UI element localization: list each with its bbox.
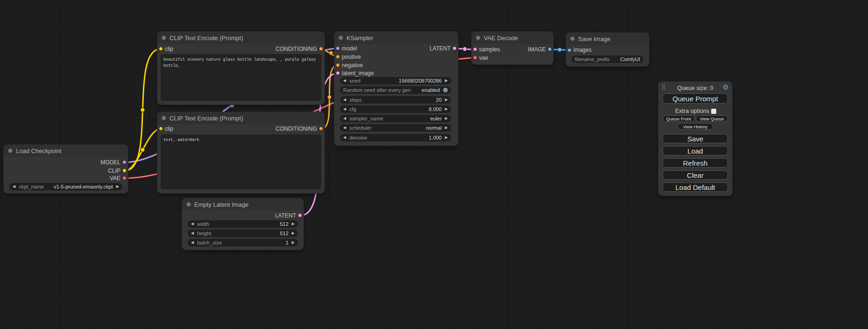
output-dot-model[interactable]	[122, 160, 127, 164]
decrement-arrow-icon[interactable]: ◀	[191, 220, 194, 228]
input-dot-latent-image[interactable]	[336, 71, 340, 75]
prompt-textarea[interactable]: beautiful scenery nature glass bottle la…	[161, 54, 321, 101]
collapse-dot-icon[interactable]	[570, 36, 575, 41]
input-label-samples: samples	[479, 46, 500, 53]
refresh-button[interactable]: Refresh	[663, 158, 728, 168]
output-label-image: IMAGE	[528, 46, 546, 53]
increment-arrow-icon[interactable]: ▶	[292, 239, 295, 246]
input-dot-positive[interactable]	[336, 55, 340, 59]
node-clip-text-encode-negative[interactable]: CLIP Text Encode (Prompt) clip CONDITION…	[157, 112, 325, 193]
height-widget[interactable]: ◀ height 512 ▶	[188, 230, 298, 237]
output-dot-conditioning[interactable]	[319, 47, 323, 51]
increment-arrow-icon[interactable]: ▶	[116, 183, 119, 190]
output-dot-clip[interactable]	[122, 168, 127, 173]
toggle-knob-icon[interactable]	[443, 88, 448, 92]
decrement-arrow-icon[interactable]: ◀	[343, 77, 346, 84]
clear-button[interactable]: Clear	[663, 170, 728, 180]
node-clip-text-encode-positive[interactable]: CLIP Text Encode (Prompt) clip CONDITION…	[157, 32, 325, 105]
node-title: VAE Decode	[484, 35, 518, 42]
increment-arrow-icon[interactable]: ▶	[445, 134, 448, 141]
node-header[interactable]: Load Checkpoint	[4, 145, 128, 157]
increment-arrow-icon[interactable]: ▶	[445, 115, 448, 122]
batch-size-widget[interactable]: ◀ batch_size 1 ▶	[188, 239, 298, 246]
sampler-name-widget[interactable]: ◀ sampler_name euler ▶	[340, 115, 451, 122]
queue-panel[interactable]: ⣿ Queue size: 0 ⚙ Queue Prompt Extra opt…	[658, 82, 732, 196]
seed-widget[interactable]: ◀ seed 156680208700286 ▶	[340, 77, 451, 84]
increment-arrow-icon[interactable]: ▶	[445, 77, 448, 84]
widget-value: enabled	[422, 87, 440, 93]
input-dot-samples[interactable]	[473, 47, 477, 51]
output-label-latent: LATENT	[430, 45, 451, 52]
collapse-dot-icon[interactable]	[162, 116, 166, 120]
input-dot-clip[interactable]	[159, 126, 163, 131]
node-title: Save Image	[578, 35, 610, 42]
decrement-arrow-icon[interactable]: ◀	[343, 115, 346, 122]
node-header[interactable]: CLIP Text Encode (Prompt)	[157, 32, 325, 44]
save-button[interactable]: Save	[663, 134, 728, 143]
queue-front-button[interactable]: Queue Front	[663, 115, 695, 122]
decrement-arrow-icon[interactable]: ◀	[343, 96, 346, 104]
output-dot-vae[interactable]	[122, 176, 127, 180]
widget-value: 156680208700286	[399, 78, 442, 84]
ckpt-name-widget[interactable]: ◀ ckpt_name v1-5-pruned-emaonly.ckpt ▶	[9, 183, 122, 190]
decrement-arrow-icon[interactable]: ◀	[191, 230, 194, 237]
node-title: CLIP Text Encode (Prompt)	[169, 35, 243, 42]
view-history-button[interactable]: View History	[677, 123, 713, 130]
graph-canvas[interactable]: Load Checkpoint MODEL CLIP VAE ◀ ckpt_na…	[0, 0, 868, 329]
width-widget[interactable]: ◀ width 512 ▶	[188, 220, 298, 228]
decrement-arrow-icon[interactable]: ◀	[13, 183, 15, 190]
gear-icon[interactable]: ⚙	[723, 84, 729, 91]
cfg-widget[interactable]: ◀ cfg 8.000 ▶	[340, 105, 451, 113]
widget-value: ComfyUI	[620, 56, 640, 62]
input-dot-model[interactable]	[336, 46, 340, 50]
widget-label: denoise	[349, 135, 367, 140]
extra-options-checkbox[interactable]	[711, 109, 716, 114]
input-label-model: model	[342, 45, 357, 52]
view-queue-button[interactable]: View Queue	[696, 115, 728, 122]
node-header[interactable]: CLIP Text Encode (Prompt)	[157, 112, 325, 124]
denoise-widget[interactable]: ◀ denoise 1.000 ▶	[340, 134, 451, 141]
node-save-image[interactable]: Save Image images filename_prefix ComfyU…	[566, 33, 649, 66]
node-empty-latent-image[interactable]: Empty Latent Image LATENT ◀ width 512 ▶ …	[182, 198, 303, 250]
decrement-arrow-icon[interactable]: ◀	[343, 124, 346, 132]
increment-arrow-icon[interactable]: ▶	[445, 105, 448, 113]
collapse-dot-icon[interactable]	[162, 35, 166, 40]
collapse-dot-icon[interactable]	[339, 35, 343, 40]
output-dot-image[interactable]	[548, 47, 552, 51]
increment-arrow-icon[interactable]: ▶	[445, 96, 448, 104]
increment-arrow-icon[interactable]: ▶	[292, 220, 295, 228]
widget-value: v1-5-pruned-emaonly.ckpt	[54, 184, 113, 189]
input-label-vae: vae	[479, 54, 488, 62]
node-header[interactable]: Empty Latent Image	[182, 198, 303, 210]
output-dot-latent[interactable]	[452, 46, 457, 50]
queue-prompt-button[interactable]: Queue Prompt	[663, 93, 728, 104]
load-button[interactable]: Load	[663, 146, 728, 155]
steps-widget[interactable]: ◀ steps 20 ▶	[340, 96, 451, 104]
input-dot-clip[interactable]	[159, 47, 163, 51]
output-dot-conditioning[interactable]	[319, 126, 323, 131]
input-dot-images[interactable]	[567, 48, 572, 52]
output-dot-latent[interactable]	[298, 213, 302, 217]
decrement-arrow-icon[interactable]: ◀	[343, 134, 346, 141]
input-dot-vae[interactable]	[473, 56, 477, 60]
random-seed-toggle-widget[interactable]: Random seed after every gen enabled	[340, 86, 451, 94]
node-header[interactable]: KSampler	[334, 32, 458, 44]
node-vae-decode[interactable]: VAE Decode samples IMAGE vae	[472, 32, 553, 64]
node-header[interactable]: VAE Decode	[472, 32, 553, 44]
increment-arrow-icon[interactable]: ▶	[445, 124, 448, 132]
decrement-arrow-icon[interactable]: ◀	[343, 105, 346, 113]
scheduler-widget[interactable]: ◀ scheduler normal ▶	[340, 124, 451, 132]
node-header[interactable]: Save Image	[566, 33, 649, 45]
collapse-dot-icon[interactable]	[186, 202, 191, 207]
load-default-button[interactable]: Load Default	[663, 182, 728, 192]
filename-prefix-widget[interactable]: filename_prefix ComfyUI	[572, 56, 643, 63]
collapse-dot-icon[interactable]	[476, 35, 480, 40]
node-load-checkpoint[interactable]: Load Checkpoint MODEL CLIP VAE ◀ ckpt_na…	[4, 145, 128, 193]
increment-arrow-icon[interactable]: ▶	[292, 230, 295, 237]
prompt-textarea[interactable]: text, watermark	[161, 134, 321, 189]
node-ksampler[interactable]: KSampler model positive negative latent_…	[334, 32, 458, 146]
input-dot-negative[interactable]	[336, 63, 340, 67]
collapse-dot-icon[interactable]	[8, 148, 13, 153]
decrement-arrow-icon[interactable]: ◀	[191, 239, 194, 246]
input-label-negative: negative	[342, 62, 363, 69]
